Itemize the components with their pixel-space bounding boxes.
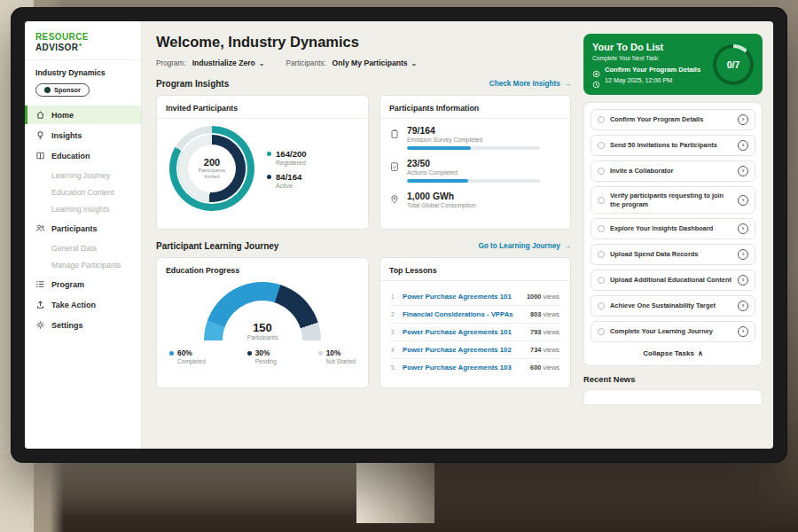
todo-progress-count: 0/7 xyxy=(713,44,754,85)
sponsor-badge-label: Sponsor xyxy=(54,86,81,94)
chevron-right-icon[interactable]: › xyxy=(738,166,748,176)
stat-actions-completed: 23/50 Actions Completed xyxy=(389,159,561,183)
gear-icon xyxy=(35,320,45,330)
legend-item-pending: 30% Pending xyxy=(247,348,277,364)
sidebar-item-program[interactable]: Program xyxy=(25,275,141,293)
sidebar-item-general-data[interactable]: General Data xyxy=(25,239,141,256)
collapse-tasks-button[interactable]: Collapse Tasks ∧ xyxy=(591,347,755,359)
task-item[interactable]: Invite a Collaborator › xyxy=(591,160,755,182)
chevron-right-icon[interactable]: › xyxy=(738,275,748,286)
task-checkbox[interactable] xyxy=(598,225,605,232)
go-to-learning-journey-link[interactable]: Go to Learning Journey → xyxy=(478,242,571,250)
lesson-row[interactable]: 5 Power Purchase Agreements 103 600 view… xyxy=(389,359,561,376)
lesson-row[interactable]: 3 Power Purchase Agreements 101 793 view… xyxy=(389,324,561,341)
lesson-views: 793 views xyxy=(530,328,559,336)
stat-value: 23/50 xyxy=(407,159,540,168)
task-item[interactable]: Complete Your Learning Journey › xyxy=(591,321,755,342)
chevron-right-icon[interactable]: › xyxy=(738,140,748,151)
brand-logo: RESOURCE ADVISOR+ xyxy=(25,28,141,60)
recent-news-title: Recent News xyxy=(583,374,763,384)
people-icon xyxy=(35,223,45,233)
legend-value: 60% xyxy=(177,348,206,357)
todo-title: Your To Do List xyxy=(592,42,708,52)
lesson-row[interactable]: 1 Power Purchase Agreements 101 1000 vie… xyxy=(389,288,561,306)
task-checkbox[interactable] xyxy=(598,302,605,309)
lesson-link[interactable]: Power Purchase Agreements 101 xyxy=(403,293,512,301)
sidebar-item-label: Insights xyxy=(51,131,82,140)
sidebar-item-education-content[interactable]: Education Content xyxy=(25,184,141,200)
card-title: Participants Information xyxy=(389,104,561,113)
task-item[interactable]: Upload Spend Data Records › xyxy=(591,244,755,265)
task-item[interactable]: Upload Additional Educational Content › xyxy=(591,270,755,291)
task-checkbox[interactable] xyxy=(598,197,605,204)
legend-label: Not Started xyxy=(326,358,356,364)
donut-legend: 164/200 Registered 84/164 Active xyxy=(267,143,307,195)
lesson-link[interactable]: Power Purchase Agreements 102 xyxy=(403,346,512,354)
lesson-row[interactable]: 2 Financial Considerations - VPPAs 803 v… xyxy=(389,306,561,324)
task-checkbox[interactable] xyxy=(598,168,605,175)
task-item[interactable]: Confirm Your Program Details › xyxy=(591,109,755,130)
lesson-rank: 2 xyxy=(391,311,396,317)
sidebar-item-participants[interactable]: Participants xyxy=(25,219,141,238)
book-icon xyxy=(35,151,45,160)
pin-icon xyxy=(389,192,400,203)
task-label: Achieve One Sustainability Target xyxy=(610,301,732,310)
clock-icon xyxy=(592,76,600,84)
brand-plus: + xyxy=(78,42,82,48)
sidebar-item-settings[interactable]: Settings xyxy=(25,316,141,334)
sidebar-item-education[interactable]: Education xyxy=(25,146,141,165)
task-label: Upload Additional Educational Content xyxy=(610,276,732,285)
lesson-link[interactable]: Power Purchase Agreements 103 xyxy=(403,364,512,372)
recent-news-card xyxy=(583,389,763,405)
desk-surface xyxy=(0,454,381,516)
task-label: Verify participants requesting to join t… xyxy=(610,192,732,208)
task-label: Complete Your Learning Journey xyxy=(610,327,732,336)
lesson-link[interactable]: Power Purchase Agreements 101 xyxy=(403,328,512,336)
sidebar-item-learning-journey[interactable]: Learning Journey xyxy=(25,167,141,184)
task-checkbox[interactable] xyxy=(598,142,605,149)
sidebar-item-label: Learning Insights xyxy=(51,205,109,214)
task-checkbox[interactable] xyxy=(598,328,605,335)
legend-value: 30% xyxy=(255,348,277,357)
scene: RESOURCE ADVISOR+ Industry Dynamics Spon… xyxy=(0,0,798,532)
clipboard-icon xyxy=(389,127,400,137)
task-checkbox[interactable] xyxy=(598,116,605,123)
sidebar-item-take-action[interactable]: Take Action xyxy=(25,295,141,314)
chevron-right-icon[interactable]: › xyxy=(738,195,748,206)
app-window: RESOURCE ADVISOR+ Industry Dynamics Spon… xyxy=(25,21,773,449)
task-item[interactable]: Send 50 Invitations to Participants › xyxy=(591,135,755,156)
sidebar-item-insights[interactable]: Insights xyxy=(25,126,141,145)
task-item[interactable]: Achieve One Sustainability Target › xyxy=(591,295,755,317)
task-checkbox[interactable] xyxy=(598,251,605,258)
sidebar-item-learning-insights[interactable]: Learning Insights xyxy=(25,200,141,217)
task-item[interactable]: Verify participants requesting to join t… xyxy=(591,186,755,214)
filters-bar: Program: Industrialize Zero ⌄ Participan… xyxy=(156,59,571,67)
progress-bar xyxy=(407,179,540,183)
task-checkbox[interactable] xyxy=(598,277,605,284)
chevron-right-icon[interactable]: › xyxy=(738,223,748,234)
sidebar-item-home[interactable]: Home xyxy=(25,106,141,124)
legend-dot xyxy=(169,351,174,356)
gauge-label: Participants xyxy=(204,334,321,340)
section-title: Participant Learning Journey xyxy=(156,241,278,251)
participants-select[interactable]: Only My Participants ⌄ xyxy=(332,59,418,67)
chevron-right-icon[interactable]: › xyxy=(738,326,748,337)
chevron-down-icon: ⌄ xyxy=(411,59,418,67)
sidebar: RESOURCE ADVISOR+ Industry Dynamics Spon… xyxy=(25,21,142,449)
legend-dot xyxy=(267,152,271,156)
check-more-insights-link[interactable]: Check More Insights → xyxy=(489,80,571,88)
task-item[interactable]: Explore Your Insights Dashboard › xyxy=(591,218,755,239)
chevron-right-icon[interactable]: › xyxy=(738,114,748,125)
lesson-rank: 5 xyxy=(391,364,396,371)
todo-due-date: 12 May 2025, 12:00 PM xyxy=(605,76,672,84)
sidebar-item-manage-participants[interactable]: Manage Participants xyxy=(25,256,141,273)
chevron-right-icon[interactable]: › xyxy=(738,249,748,260)
card-title: Education Progress xyxy=(166,266,359,275)
program-select[interactable]: Industrialize Zero ⌄ xyxy=(192,59,265,67)
sidebar-item-label: Settings xyxy=(51,321,83,330)
lesson-row[interactable]: 4 Power Purchase Agreements 102 734 view… xyxy=(389,341,561,359)
lesson-link[interactable]: Financial Considerations - VPPAs xyxy=(403,310,513,318)
education-progress-card: Education Progress 150 Participants xyxy=(156,257,369,388)
legend-value: 164/200 xyxy=(276,149,307,159)
chevron-right-icon[interactable]: › xyxy=(738,301,748,311)
